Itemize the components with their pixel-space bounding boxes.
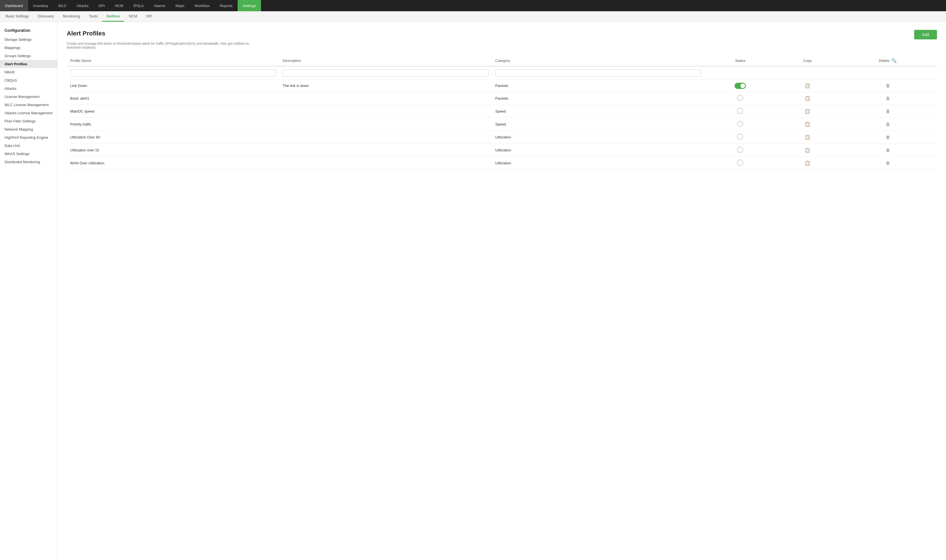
sidebar-item-storage-settings[interactable]: Storage Settings — [0, 35, 57, 44]
delete-button[interactable]: 🗑 — [884, 108, 892, 115]
top-nav-item-settings[interactable]: Settings — [237, 0, 261, 11]
col-status: Status — [704, 55, 776, 66]
sidebar-item-cbqos[interactable]: CBQoS — [0, 76, 57, 85]
delete-button[interactable]: 🗑 — [884, 83, 892, 89]
cell-profile-name: Utilization Over 60 — [67, 131, 279, 144]
top-nav-item-ncm[interactable]: NCM — [110, 0, 128, 11]
top-nav-item-inventory[interactable]: Inventory — [28, 0, 53, 11]
copy-button[interactable]: 📋 — [803, 147, 812, 153]
delete-button[interactable]: 🗑 — [884, 121, 892, 128]
sidebar-item-network-mapping[interactable]: Network Mapping — [0, 125, 57, 133]
sidebar-section-title: Configuration — [0, 26, 57, 35]
page-header: Alert Profiles Add — [67, 30, 937, 39]
cell-category: Utilization — [492, 157, 704, 170]
top-nav-item-maps[interactable]: Maps — [170, 0, 190, 11]
copy-button[interactable]: 📋 — [803, 121, 812, 128]
cell-delete: 🗑 — [839, 92, 937, 105]
filter-profile-name-cell — [67, 66, 279, 80]
table-body: Link DownThe link is downPackets📋🗑Basic … — [67, 80, 937, 170]
sub-nav-item-monitoring[interactable]: Monitoring — [58, 11, 85, 22]
table-header-row: Profile Name Description Category Status… — [67, 55, 937, 66]
sidebar-item-alert-profiles[interactable]: Alert Profiles — [0, 60, 57, 68]
delete-button[interactable]: 🗑 — [884, 95, 892, 102]
col-description: Description — [279, 55, 492, 66]
sidebar-item-distributed-monitoring[interactable]: Distributed Monitoring — [0, 158, 57, 166]
table-row: Utilization Over 60Utilization📋🗑 — [67, 131, 937, 144]
cell-description — [279, 144, 492, 157]
top-nav-item-alarms[interactable]: Alarms — [149, 0, 170, 11]
cell-status — [704, 157, 776, 170]
sidebar-item-data-unit[interactable]: Data Unit — [0, 142, 57, 150]
table-row: Basic alert1Packets📋🗑 — [67, 92, 937, 105]
delete-button[interactable]: 🗑 — [884, 134, 892, 140]
sidebar-item-attacks[interactable]: Attacks — [0, 85, 57, 92]
delete-button[interactable]: 🗑 — [884, 147, 892, 153]
table-header: Profile Name Description Category Status… — [67, 55, 937, 80]
cell-description — [279, 105, 492, 118]
copy-button[interactable]: 📋 — [803, 95, 812, 102]
sub-nav-item-discovery[interactable]: Discovery — [33, 11, 58, 22]
top-nav-item-workflow[interactable]: Workflow — [190, 0, 214, 11]
page-subtitle: Create and manage link-down or threshold… — [67, 42, 264, 49]
sub-nav-item-tools[interactable]: Tools — [85, 11, 102, 22]
top-nav-item-wlc[interactable]: WLC — [53, 0, 71, 11]
cell-status — [704, 118, 776, 131]
cell-description — [279, 157, 492, 170]
copy-button[interactable]: 📋 — [803, 108, 812, 115]
cell-status — [704, 92, 776, 105]
cell-delete: 🗑 — [839, 80, 937, 92]
sidebar-item-groups-settings[interactable]: Groups Settings — [0, 52, 57, 60]
filter-copy-cell — [776, 66, 839, 80]
filter-description-input[interactable] — [283, 69, 488, 77]
cell-profile-name: Basic alert1 — [67, 92, 279, 105]
status-toggle-off[interactable] — [737, 95, 743, 101]
sidebar-item-attacks-license-management[interactable]: Attacks License Management — [0, 109, 57, 117]
cell-description — [279, 92, 492, 105]
top-nav-item-dpi[interactable]: DPI — [94, 0, 110, 11]
cell-profile-name: WAN Over Utilization — [67, 157, 279, 170]
cell-delete: 🗑 — [839, 118, 937, 131]
sub-nav-item-basic-settings[interactable]: Basic Settings — [1, 11, 33, 22]
filter-category-input[interactable] — [495, 69, 701, 77]
delete-button[interactable]: 🗑 — [884, 160, 892, 166]
status-toggle-off[interactable] — [737, 160, 743, 166]
cell-copy: 📋 — [776, 118, 839, 131]
sidebar-item-waas-settings[interactable]: WAAS Settings — [0, 150, 57, 158]
sub-nav-item-ncm[interactable]: NCM — [124, 11, 142, 22]
add-button[interactable]: Add — [914, 30, 937, 39]
status-toggle-off[interactable] — [737, 108, 743, 114]
filter-profile-name-input[interactable] — [70, 69, 276, 77]
filter-category-cell — [492, 66, 704, 80]
status-toggle-off[interactable] — [737, 134, 743, 140]
sub-nav-item-dpi[interactable]: DPI — [142, 11, 157, 22]
sidebar-item-mappings[interactable]: Mappings — [0, 44, 57, 52]
table-filter-row — [67, 66, 937, 80]
sub-navigation: Basic SettingsDiscoveryMonitoringToolsNe… — [0, 11, 946, 22]
top-nav-item-ipsla[interactable]: IPSLA — [128, 0, 149, 11]
cell-category: Speed — [492, 118, 704, 131]
table-row: WAN Over UtilizationUtilization📋🗑 — [67, 157, 937, 170]
status-toggle-off[interactable] — [737, 121, 743, 127]
sidebar-item-flow-filter-settings[interactable]: Flow Filter Settings — [0, 117, 57, 125]
top-nav-item-attacks[interactable]: Attacks — [71, 0, 94, 11]
copy-button[interactable]: 📋 — [803, 134, 812, 140]
table-search-icon[interactable]: 🔍 — [891, 58, 897, 63]
sidebar-item-license-management[interactable]: License Management — [0, 92, 57, 101]
top-nav-item-dashboard[interactable]: Dashboard — [0, 0, 28, 11]
cell-status — [704, 105, 776, 118]
cell-description: The link is down — [279, 80, 492, 92]
sidebar-item-highperf-reporting-engine[interactable]: HighPerf Reporting Engine — [0, 133, 57, 142]
sub-nav-item-netflow[interactable]: Netflow — [102, 11, 125, 22]
top-nav-item-reports[interactable]: Reports — [214, 0, 237, 11]
copy-button[interactable]: 📋 — [803, 160, 812, 166]
status-toggle-on[interactable] — [735, 83, 746, 89]
cell-description — [279, 131, 492, 144]
cell-delete: 🗑 — [839, 144, 937, 157]
status-toggle-off[interactable] — [737, 147, 743, 153]
copy-button[interactable]: 📋 — [803, 82, 812, 89]
sidebar-item-nbar[interactable]: NBAR — [0, 68, 57, 76]
filter-description-cell — [279, 66, 492, 80]
top-navigation: DashboardInventoryWLCAttacksDPINCMIPSLAA… — [0, 0, 946, 11]
sidebar-item-wlc-license-management[interactable]: WLC License Management — [0, 101, 57, 109]
cell-status — [704, 144, 776, 157]
